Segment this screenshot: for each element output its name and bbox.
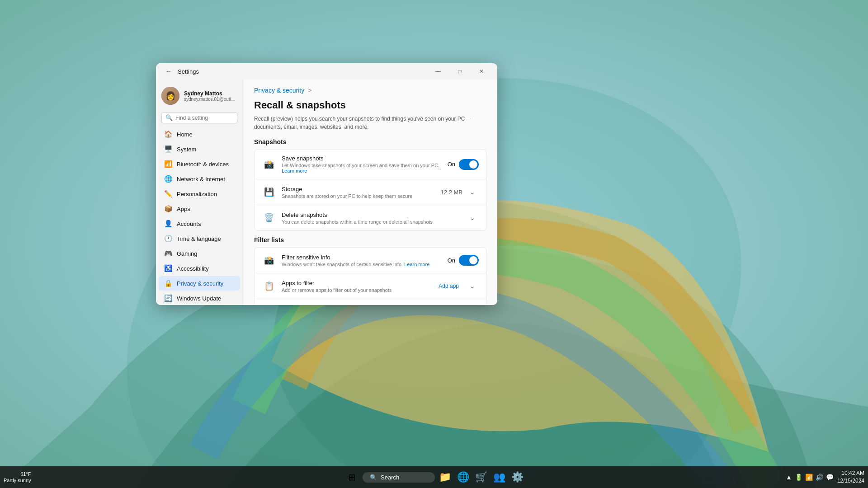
start-icon: ⊞ xyxy=(348,472,356,483)
sidebar-item-personalization[interactable]: ✏️ Personalization xyxy=(159,187,240,201)
taskbar-search[interactable]: 🔍 Search xyxy=(363,472,435,483)
sidebar-item-accessibility[interactable]: ♿ Accessibility xyxy=(159,261,240,276)
apps-icon: 📦 xyxy=(164,205,172,213)
delete-snapshots-desc: You can delete snapshots within a time r… xyxy=(282,219,461,225)
maximize-button[interactable]: □ xyxy=(449,64,470,79)
sidebar-item-personalization-label: Personalization xyxy=(177,191,217,197)
save-snapshots-content: Save snapshots Let Windows take snapshot… xyxy=(282,155,442,174)
storage-desc: Snapshots are stored on your PC to help … xyxy=(282,193,435,199)
sidebar-item-home[interactable]: 🏠 Home xyxy=(159,127,240,141)
time-icon: 🕐 xyxy=(164,235,172,243)
sidebar-item-home-label: Home xyxy=(177,131,193,138)
filter-sensitive-icon: 📸 xyxy=(262,253,276,267)
main-content: Privacy & security > Recall & snapshots … xyxy=(243,80,497,305)
home-icon: 🏠 xyxy=(164,130,172,138)
apps-to-filter-title: Apps to filter xyxy=(282,280,429,286)
breadcrumb-parent[interactable]: Privacy & security xyxy=(254,87,304,94)
weather-condition: Partly sunny xyxy=(4,477,31,483)
apps-to-filter-desc: Add or remove apps to filter out of your… xyxy=(282,287,429,293)
taskbar-center: ⊞ 🔍 Search 📁 🌐 🛒 👥 ⚙️ xyxy=(343,468,525,486)
apps-to-filter-expand-button[interactable]: ⌄ xyxy=(466,280,479,292)
user-info: Sydney Mattos sydney.mattos.01@outlook.c… xyxy=(184,90,237,102)
add-app-button[interactable]: Add app xyxy=(435,281,462,291)
filter-sensitive-desc: Windows won't take snapshots of certain … xyxy=(282,262,442,267)
save-snapshots-toggle-label: On xyxy=(448,161,455,168)
battery-icon: 🔋 xyxy=(795,474,802,481)
taskbar-edge[interactable]: 🌐 xyxy=(455,469,471,485)
save-snapshots-row: 📸 Save snapshots Let Windows take snapsh… xyxy=(255,150,486,179)
taskbar-teams[interactable]: 👥 xyxy=(491,469,507,485)
user-name: Sydney Mattos xyxy=(184,90,237,97)
settings-search-box[interactable]: 🔍 xyxy=(161,112,237,123)
avatar: 👩 xyxy=(161,87,179,105)
weather-temp: 61°F xyxy=(4,471,31,477)
filter-sensitive-toggle-label: On xyxy=(448,257,455,264)
accounts-icon: 👤 xyxy=(164,220,172,228)
settings-window: ← Settings — □ ✕ 👩 Sydney Mattos sydney.… xyxy=(156,63,497,305)
filter-sensitive-row: 📸 Filter sensitive info Windows won't ta… xyxy=(255,248,486,273)
filter-sensitive-toggle-thumb xyxy=(469,256,477,264)
storage-row: 💾 Storage Snapshots are stored on your P… xyxy=(255,179,486,205)
filter-sensitive-toggle[interactable] xyxy=(459,255,479,266)
sidebar-item-time-label: Time & language xyxy=(177,235,221,242)
minimize-button[interactable]: — xyxy=(428,64,448,79)
sidebar-item-bluetooth[interactable]: 📶 Bluetooth & devices xyxy=(159,157,240,171)
notification-icon[interactable]: 💬 xyxy=(826,474,834,481)
personalization-icon: ✏️ xyxy=(164,190,172,198)
taskbar: 61°F Partly sunny ⊞ 🔍 Search 📁 🌐 🛒 👥 ⚙️ … xyxy=(0,466,868,488)
sidebar-item-system[interactable]: 🖥️ System xyxy=(159,142,240,156)
title-controls: — □ ✕ xyxy=(428,64,492,79)
settings-body: 👩 Sydney Mattos sydney.mattos.01@outlook… xyxy=(156,80,497,305)
accessibility-icon: ♿ xyxy=(164,264,172,272)
sidebar: 👩 Sydney Mattos sydney.mattos.01@outlook… xyxy=(156,80,243,305)
sidebar-item-accounts[interactable]: 👤 Accounts xyxy=(159,216,240,231)
save-snapshots-icon: 📸 xyxy=(262,157,276,172)
delete-snapshots-expand-button[interactable]: ⌄ xyxy=(466,211,479,224)
sidebar-item-network[interactable]: 🌐 Network & internet xyxy=(159,172,240,186)
page-title: Recall & snapshots xyxy=(254,99,486,111)
apps-to-filter-content: Apps to filter Add or remove apps to fil… xyxy=(282,280,429,293)
filter-sensitive-action: On xyxy=(448,255,479,266)
taskbar-file-explorer[interactable]: 📁 xyxy=(437,469,453,485)
privacy-icon: 🔒 xyxy=(164,279,172,287)
filter-lists-section-title: Filter lists xyxy=(254,236,486,244)
settings-search-input[interactable] xyxy=(175,115,233,121)
sidebar-item-system-label: System xyxy=(177,146,196,153)
delete-snapshots-icon: 🗑️ xyxy=(262,211,276,225)
sidebar-item-windows-update[interactable]: 🔄 Windows Update xyxy=(159,291,240,305)
storage-action: 12.2 MB ⌄ xyxy=(441,186,479,198)
storage-value: 12.2 MB xyxy=(441,189,462,196)
store-icon: 🛒 xyxy=(475,471,487,483)
snapshots-section-title: Snapshots xyxy=(254,138,486,145)
system-icon: 🖥️ xyxy=(164,145,172,153)
close-button[interactable]: ✕ xyxy=(471,64,492,79)
taskbar-search-icon: 🔍 xyxy=(370,474,377,481)
sidebar-item-apps[interactable]: 📦 Apps xyxy=(159,202,240,216)
bluetooth-icon: 📶 xyxy=(164,160,172,168)
delete-snapshots-content: Delete snapshots You can delete snapshot… xyxy=(282,211,461,225)
sidebar-item-gaming[interactable]: 🎮 Gaming xyxy=(159,246,240,261)
windows-update-icon: 🔄 xyxy=(164,294,172,302)
chevron-icon[interactable]: ▲ xyxy=(786,474,792,481)
back-button[interactable]: ← xyxy=(163,66,174,77)
save-snapshots-learn-more[interactable]: Learn more xyxy=(282,168,307,174)
sidebar-item-time[interactable]: 🕐 Time & language xyxy=(159,231,240,246)
taskbar-search-label: Search xyxy=(381,474,399,481)
sidebar-item-privacy-label: Privacy & security xyxy=(177,280,223,287)
websites-to-filter-row: 🌐 Websites to filter Add or remove websi… xyxy=(255,299,486,305)
storage-expand-button[interactable]: ⌄ xyxy=(466,186,479,198)
taskbar-settings[interactable]: ⚙️ xyxy=(509,469,525,485)
user-profile[interactable]: 👩 Sydney Mattos sydney.mattos.01@outlook… xyxy=(156,83,243,110)
save-snapshots-toggle[interactable] xyxy=(459,159,479,170)
websites-to-filter-title: Websites to filter xyxy=(282,305,420,305)
sidebar-item-privacy[interactable]: 🔒 Privacy & security xyxy=(159,276,240,291)
wifi-icon: 📶 xyxy=(805,474,813,481)
taskbar-store[interactable]: 🛒 xyxy=(473,469,489,485)
start-button[interactable]: ⊞ xyxy=(343,468,361,486)
sidebar-item-windows-update-label: Windows Update xyxy=(177,295,221,302)
sidebar-item-apps-label: Apps xyxy=(177,206,190,212)
volume-icon[interactable]: 🔊 xyxy=(816,474,823,481)
clock[interactable]: 10:42 AM 12/15/2024 xyxy=(837,469,864,485)
storage-content: Storage Snapshots are stored on your PC … xyxy=(282,186,435,199)
filter-sensitive-learn-more[interactable]: Learn more xyxy=(404,262,429,267)
